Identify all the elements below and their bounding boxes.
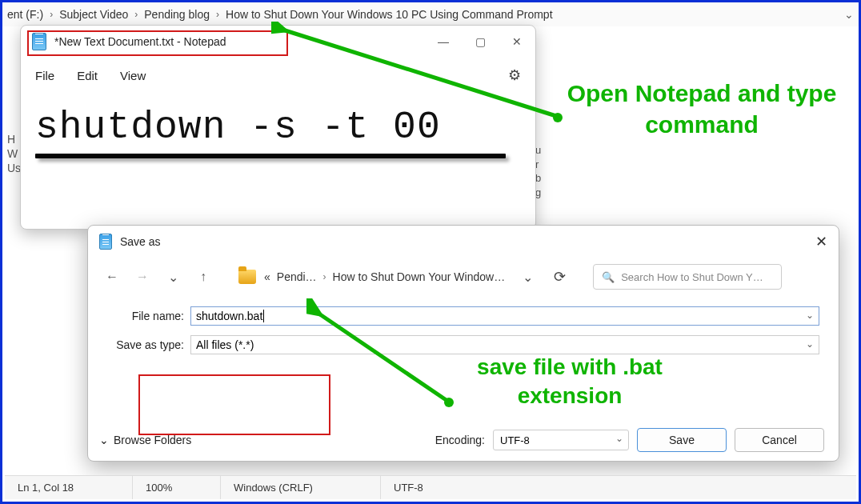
- path-prefix-icon: «: [264, 270, 270, 283]
- search-icon: 🔍: [602, 271, 615, 283]
- status-position: Ln 1, Col 18: [5, 476, 133, 499]
- statusbar: Ln 1, Col 18 100% Windows (CRLF) UTF-8: [5, 475, 856, 499]
- search-input[interactable]: 🔍 Search How to Shut Down Y…: [593, 264, 782, 290]
- menu-view[interactable]: View: [120, 69, 146, 82]
- menu-file[interactable]: File: [35, 69, 54, 82]
- save-type-value: All files (*.*): [196, 338, 254, 351]
- breadcrumb-item[interactable]: Pending blog: [144, 8, 210, 21]
- filename-label: File name:: [107, 310, 184, 322]
- dropdown-icon[interactable]: ⌄: [806, 338, 814, 350]
- minimize-button[interactable]: ―: [425, 26, 462, 58]
- breadcrumb-item[interactable]: ent (F:): [7, 8, 43, 21]
- text-cursor-icon: [263, 310, 264, 322]
- refresh-button[interactable]: ⟳: [547, 268, 572, 286]
- settings-gear-icon[interactable]: ⚙: [508, 66, 521, 84]
- path-segment[interactable]: How to Shut Down Your Window…: [333, 270, 506, 283]
- path-segment[interactable]: Pendi…: [277, 270, 317, 283]
- annotation-underline: [35, 154, 506, 158]
- dropdown-icon[interactable]: ⌄: [615, 433, 623, 444]
- dialog-nav-toolbar: ← → ⌄ ↑ « Pendi… › How to Shut Down Your…: [88, 258, 839, 296]
- breadcrumb-item[interactable]: How to Shut Down Your Windows 10 PC Usin…: [226, 8, 553, 21]
- filename-value: shutdown.bat: [196, 310, 262, 322]
- menubar: File Edit View ⚙: [21, 58, 535, 93]
- text-editor-area[interactable]: shutdown -s -t 00: [21, 93, 535, 163]
- maximize-button[interactable]: ▢: [462, 26, 499, 58]
- explorer-breadcrumb[interactable]: ent (F:) › Subject Video › Pending blog …: [2, 2, 859, 26]
- chevron-right-icon: ›: [50, 9, 53, 20]
- search-placeholder: Search How to Shut Down Y…: [621, 271, 763, 283]
- encoding-value: UTF-8: [500, 434, 530, 446]
- save-button[interactable]: Save: [637, 428, 727, 452]
- encoding-select[interactable]: UTF-8 ⌄: [493, 430, 629, 450]
- chevron-right-icon: ›: [323, 271, 326, 282]
- breadcrumb-dropdown-icon[interactable]: ⌄: [844, 8, 854, 21]
- window-title: *New Text Document.txt - Notepad: [54, 35, 226, 48]
- titlebar[interactable]: *New Text Document.txt - Notepad ― ▢ ✕: [21, 26, 535, 58]
- filename-input[interactable]: shutdown.bat ⌄: [190, 306, 819, 326]
- editor-content: shutdown -s -t 00: [35, 106, 521, 149]
- notepad-icon: [99, 234, 112, 250]
- background-text: u r b g: [535, 143, 541, 199]
- folder-icon: [238, 270, 256, 284]
- encoding-label: Encoding:: [435, 434, 485, 446]
- save-type-label: Save as type:: [107, 338, 184, 351]
- address-bar[interactable]: « Pendi… › How to Shut Down Your Window…: [264, 270, 505, 283]
- nav-back-button[interactable]: ←: [101, 266, 123, 288]
- annotation-text: Open Notepad and type command: [558, 78, 846, 140]
- chevron-right-icon: ›: [216, 9, 219, 20]
- nav-up-button[interactable]: ↑: [192, 266, 214, 288]
- notepad-window: *New Text Document.txt - Notepad ― ▢ ✕ F…: [20, 25, 536, 230]
- nav-recent-dropdown-icon[interactable]: ⌄: [162, 266, 184, 288]
- status-zoom[interactable]: 100%: [133, 476, 221, 499]
- save-button-label: Save: [669, 434, 695, 446]
- close-button[interactable]: ✕: [815, 233, 827, 250]
- status-line-ending: Windows (CRLF): [221, 476, 381, 499]
- address-dropdown-icon[interactable]: ⌄: [516, 266, 539, 288]
- menu-edit[interactable]: Edit: [77, 69, 98, 82]
- status-encoding: UTF-8: [381, 476, 533, 499]
- dialog-footer: ⌄ Browse Folders Encoding: UTF-8 ⌄ Save …: [88, 419, 839, 461]
- dropdown-icon[interactable]: ⌄: [806, 310, 814, 321]
- notepad-icon: [32, 33, 46, 50]
- save-as-dialog: Save as ✕ ← → ⌄ ↑ « Pendi… › How to Shut…: [87, 225, 839, 462]
- annotation-text: save file with .bat extension: [438, 353, 702, 411]
- save-type-select[interactable]: All files (*.*) ⌄: [190, 335, 819, 354]
- breadcrumb-item[interactable]: Subject Video: [59, 8, 128, 21]
- chevron-right-icon: ›: [134, 9, 138, 20]
- close-button[interactable]: ✕: [499, 26, 535, 58]
- nav-forward-button[interactable]: →: [131, 266, 154, 288]
- cancel-button[interactable]: Cancel: [735, 428, 824, 452]
- browse-folders-label: Browse Folders: [114, 434, 191, 446]
- dialog-titlebar[interactable]: Save as ✕: [88, 226, 839, 258]
- chevron-down-icon: ⌄: [99, 434, 109, 446]
- browse-folders-toggle[interactable]: ⌄ Browse Folders: [99, 434, 191, 446]
- dialog-title: Save as: [120, 235, 161, 248]
- cancel-button-label: Cancel: [762, 434, 797, 446]
